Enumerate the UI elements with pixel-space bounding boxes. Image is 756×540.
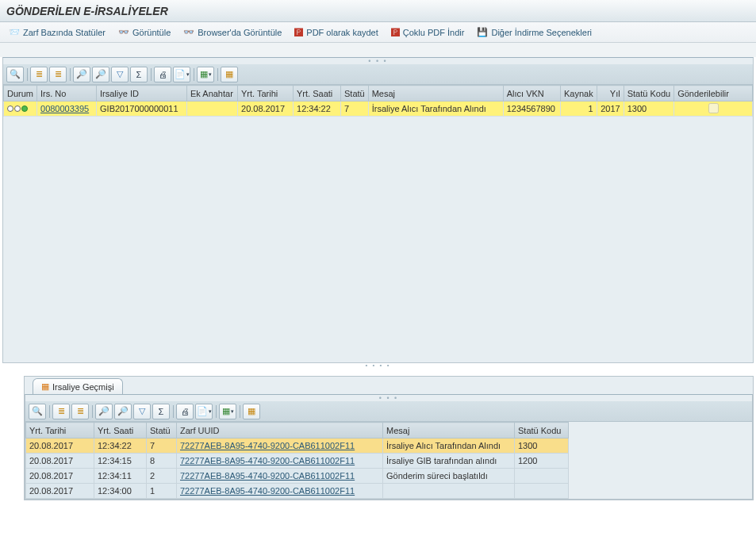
zarf-uuid-cell[interactable]: 72277AEB-8A95-4740-9200-CAB611002F11 (177, 454, 383, 469)
col-durum[interactable]: Durum (4, 86, 37, 101)
status-indicator-clear-icon (14, 105, 21, 112)
statu-kodu-cell: 1200 (515, 454, 569, 469)
mesaj-cell (383, 484, 515, 499)
browser-goruntule-button[interactable]: 👓 Browser'da Görüntüle (178, 25, 287, 40)
sort-asc-button[interactable]: ≣ (30, 67, 48, 82)
export-button[interactable]: 📄▾ (173, 67, 190, 82)
col-statu[interactable]: Statü (341, 86, 369, 101)
print-button[interactable]: 🖨 (176, 404, 194, 419)
filter-button[interactable]: ▽ (133, 404, 151, 419)
yrt-saati-cell: 12:34:11 (94, 469, 147, 484)
zarf-uuid-cell[interactable]: 72277AEB-8A95-4740-9200-CAB611002F11 (177, 439, 383, 454)
yrt-saati-cell: 12:34:22 (94, 439, 147, 454)
yrt-tarihi-cell: 20.08.2017 (26, 469, 94, 484)
binoculars-icon: 🔎 (76, 69, 87, 79)
layout-icon: ▦ (200, 69, 208, 79)
kaynak-cell: 1 (560, 101, 597, 117)
col-mesaj[interactable]: Mesaj (383, 423, 515, 439)
layout-button[interactable]: ▦▾ (197, 67, 214, 82)
irs-no-cell[interactable]: 0080003395 (37, 101, 97, 117)
col-gonderilebilir[interactable]: Gönderilebilir (674, 86, 753, 101)
history-grid[interactable]: Yrt. Tarihi Yrt. Saati Statü Zarf UUID M… (25, 422, 569, 499)
yrt-saati-cell: 12:34:15 (94, 454, 147, 469)
status-indicator-clear-icon (7, 105, 13, 112)
yrt-tarihi-cell: 20.08.2017 (238, 101, 294, 117)
col-irs-no[interactable]: Irs. No (37, 86, 97, 101)
grid-settings-button[interactable]: ▦ (243, 404, 260, 419)
table-row[interactable]: 20.08.201712:34:15872277AEB-8A95-4740-92… (26, 454, 569, 469)
sort-asc-button[interactable]: ≣ (52, 404, 70, 419)
details-button[interactable]: 🔍 (6, 67, 24, 82)
sort-desc-button[interactable]: ≣ (71, 404, 89, 419)
col-mesaj[interactable]: Mesaj (368, 86, 503, 101)
main-grid[interactable]: Durum Irs. No Irsaliye ID Ek Anahtar Yrt… (3, 85, 753, 117)
grid-settings-icon: ▦ (248, 406, 255, 416)
table-row[interactable]: 0080003395 GIB2017000000011 20.08.2017 1… (4, 101, 753, 117)
col-alici-vkn[interactable]: Alıcı VKN (503, 86, 560, 101)
sort-desc-button[interactable]: ≣ (49, 67, 67, 82)
statu-kodu-cell (515, 484, 569, 499)
print-button[interactable]: 🖨 (154, 67, 171, 82)
export-button[interactable]: 📄▾ (195, 404, 213, 419)
zarf-uuid-cell[interactable]: 72277AEB-8A95-4740-9200-CAB611002F11 (177, 484, 383, 499)
binoculars-icon: 🔎 (98, 406, 109, 416)
panel-drag-handle[interactable]: • • • (25, 395, 752, 401)
col-statu[interactable]: Statü (147, 423, 177, 439)
table-row[interactable]: 20.08.201712:34:22772277AEB-8A95-4740-92… (26, 439, 569, 454)
zarf-bazinda-statuler-button[interactable]: 📨 Zarf Bazında Statüler (3, 25, 111, 40)
layout-button[interactable]: ▦▾ (219, 404, 236, 419)
find-button[interactable]: 🔎 (95, 404, 113, 419)
statu-kodu-cell (515, 469, 569, 484)
col-statu-kodu[interactable]: Statü Kodu (624, 86, 673, 101)
col-ek-anahtar[interactable]: Ek Anahtar (187, 86, 238, 101)
find-next-button[interactable]: 🔎 (92, 67, 109, 82)
grid-settings-button[interactable]: ▦ (221, 67, 238, 82)
col-yrt-saati[interactable]: Yrt. Saati (294, 86, 341, 101)
export-icon: 📄 (175, 69, 186, 79)
col-zarf-uuid[interactable]: Zarf UUID (177, 423, 383, 439)
pdf-kaydet-button[interactable]: 🅿 PDF olarak kaydet (289, 25, 383, 40)
layout-icon: ▦ (222, 406, 230, 416)
total-button[interactable]: Σ (152, 404, 170, 419)
glasses-browser-icon: 👓 (183, 27, 194, 37)
col-irsaliye-id[interactable]: Irsaliye ID (97, 86, 187, 101)
toolbar-label: Görüntüle (132, 28, 171, 37)
alici-vkn-cell: 1234567890 (503, 101, 560, 117)
diger-indirme-button[interactable]: 💾 Diğer İndirme Seçenekleri (471, 25, 597, 40)
find-next-button[interactable]: 🔎 (114, 404, 132, 419)
col-yrt-tarihi[interactable]: Yrt. Tarihi (238, 86, 294, 101)
funnel-icon: ▽ (117, 69, 123, 79)
col-statu-kodu[interactable]: Statü Kodu (515, 423, 569, 439)
binoculars-next-icon: 🔎 (95, 69, 106, 79)
magnifier-icon: 🔍 (10, 69, 21, 79)
funnel-icon: ▽ (139, 406, 145, 416)
coklu-pdf-button[interactable]: 🅿 Çoklu PDF İndir (386, 25, 470, 40)
zarf-uuid-cell[interactable]: 72277AEB-8A95-4740-9200-CAB611002F11 (177, 469, 383, 484)
table-row[interactable]: 20.08.201712:34:11272277AEB-8A95-4740-92… (26, 469, 569, 484)
mesaj-cell: İrsaliye GIB tarafından alındı (383, 454, 515, 469)
yrt-tarihi-cell: 20.08.2017 (26, 439, 94, 454)
col-kaynak[interactable]: Kaynak (560, 86, 597, 101)
binoculars-next-icon: 🔎 (117, 406, 129, 416)
toolbar-label: Zarf Bazında Statüler (23, 28, 106, 37)
statu-cell: 7 (341, 101, 369, 117)
total-button[interactable]: Σ (130, 67, 148, 82)
goruntule-button[interactable]: 👓 Görüntüle (113, 25, 176, 40)
grid-header-row: Durum Irs. No Irsaliye ID Ek Anahtar Yrt… (4, 86, 753, 101)
statu-cell: 2 (147, 469, 177, 484)
mesaj-cell: Gönderim süreci başlatıldı (383, 469, 515, 484)
col-yrt-saati[interactable]: Yrt. Saati (94, 423, 147, 439)
irsaliye-id-cell: GIB2017000000011 (97, 101, 187, 117)
panel-drag-handle[interactable]: • • • (3, 58, 753, 64)
col-yrt-tarihi[interactable]: Yrt. Tarihi (26, 423, 94, 439)
col-yil[interactable]: Yıl (597, 86, 624, 101)
table-row[interactable]: 20.08.201712:34:00172277AEB-8A95-4740-92… (26, 484, 569, 499)
find-button[interactable]: 🔎 (73, 67, 90, 82)
mesaj-cell: İrsaliye Alıcı Tarafından Alındı (368, 101, 503, 117)
tab-irsaliye-gecmisi[interactable]: ▦ Irsaliye Geçmişi (33, 378, 123, 394)
history-grid-toolbar: 🔍 ≣ ≣ 🔎 🔎 ▽ Σ 🖨 📄▾ ▦▾ ▦ (25, 401, 752, 422)
grid-toolbar: 🔍 ≣ ≣ 🔎 🔎 ▽ Σ 🖨 📄▾ ▦▾ ▦ (3, 64, 753, 85)
filter-button[interactable]: ▽ (111, 67, 129, 82)
details-button[interactable]: 🔍 (29, 404, 46, 419)
ek-anahtar-cell (187, 101, 238, 117)
